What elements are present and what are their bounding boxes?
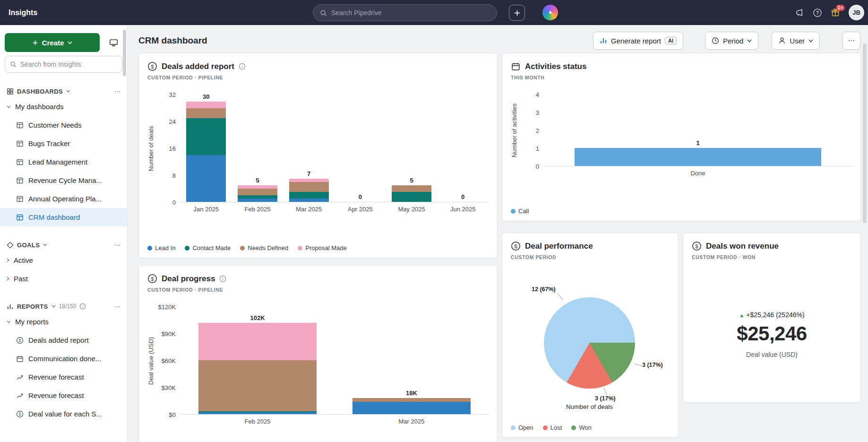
bar-segment[interactable] <box>575 148 821 166</box>
bar-column[interactable]: 102K <box>180 307 335 414</box>
period-filter-button[interactable]: Period <box>705 32 758 50</box>
sidebar-item-crm-dashboard[interactable]: CRM dashboard <box>0 208 127 226</box>
kpi-value: $25,246 <box>683 322 860 345</box>
sidebar-item-deal-value[interactable]: $Deal value for each S... <box>0 405 127 423</box>
bar-value-label: 0 <box>461 193 464 200</box>
create-button[interactable]: Create <box>5 33 100 52</box>
legend-item[interactable]: Lead In <box>147 244 175 251</box>
info-icon[interactable]: i <box>239 63 246 70</box>
generate-report-button[interactable]: Generate report AI <box>593 32 683 50</box>
bar-column[interactable]: 5 <box>386 95 438 202</box>
bar-column[interactable]: 1 <box>544 95 852 166</box>
help-icon[interactable]: ? <box>813 8 822 17</box>
deals-added-chart: Number of deals 08162432 3057050 Jan 202… <box>139 95 497 213</box>
ai-assistant-icon[interactable]: ✦ <box>542 5 558 20</box>
sidebar-item-revenue-cycle[interactable]: Revenue Cycle Mana... <box>0 171 127 190</box>
legend-dot <box>147 246 152 251</box>
info-icon[interactable]: i <box>219 275 226 282</box>
sidebar-item-customer-needs[interactable]: Customer Needs <box>0 116 127 134</box>
leader-line <box>604 388 607 395</box>
bar-column[interactable]: 0 <box>437 95 489 202</box>
more-icon[interactable]: ⋯ <box>114 303 120 310</box>
legend-item[interactable]: Lost <box>543 424 562 431</box>
legend-item[interactable]: Needs Defined <box>240 244 288 251</box>
chevron-right-icon <box>7 277 9 281</box>
sidebar-item-bugs-tracker[interactable]: Bugs Tracker <box>0 134 127 153</box>
gift-icon[interactable]: 1+ <box>831 8 840 17</box>
goals-group-past[interactable]: Past <box>0 269 127 288</box>
bar-column[interactable]: 7 <box>283 95 335 202</box>
card-title: Deals won revenue <box>706 242 779 251</box>
legend-item[interactable]: Proposal Made <box>298 244 346 251</box>
legend-dot <box>511 209 516 214</box>
bar-segment[interactable] <box>289 179 329 182</box>
deal-performance-pie[interactable] <box>544 297 635 389</box>
more-icon[interactable]: ⋯ <box>114 242 120 249</box>
insights-search[interactable] <box>5 56 122 73</box>
sidebar-item-annual-operating[interactable]: Annual Operating Pla... <box>0 190 127 208</box>
bar-segment[interactable] <box>198 323 317 360</box>
sidebar-item-lead-management[interactable]: Lead Management <box>0 153 127 171</box>
svg-text:$: $ <box>695 243 698 249</box>
bar-column[interactable]: 18K <box>335 307 489 414</box>
legend-item[interactable]: Call <box>511 208 529 215</box>
bar-segment[interactable] <box>186 102 226 108</box>
insights-search-input[interactable] <box>20 61 117 68</box>
user-filter-button[interactable]: User <box>772 32 820 50</box>
bar-segment[interactable] <box>392 192 431 202</box>
sidebar-scrollbar[interactable] <box>123 30 126 76</box>
bar-segment[interactable] <box>186 108 226 118</box>
bar-segment[interactable] <box>186 155 226 202</box>
bar-segment[interactable] <box>289 192 329 199</box>
legend-dot <box>571 425 576 430</box>
sidebar-item-revenue-forecast-1[interactable]: Revenue forecast <box>0 368 127 386</box>
goals-group-active[interactable]: Active <box>0 251 127 269</box>
bar-segment[interactable] <box>238 185 277 189</box>
group-my-dashboards[interactable]: My dashboards <box>0 97 127 116</box>
bar-segment[interactable] <box>186 118 226 155</box>
bar-column[interactable]: 0 <box>335 95 386 202</box>
global-search-input[interactable] <box>331 9 490 17</box>
bar-segment[interactable] <box>198 412 317 414</box>
learn-icon[interactable] <box>104 34 122 52</box>
chart-legend: Lead InContact MadeNeeds DefinedProposal… <box>147 244 347 251</box>
sidebar-item-deals-added-report[interactable]: $Deals added report <box>0 331 127 349</box>
bar-segment[interactable] <box>289 199 329 202</box>
page-title: CRM dashboard <box>138 35 593 46</box>
announcements-icon[interactable] <box>795 8 804 17</box>
bar-segment[interactable] <box>289 182 329 192</box>
more-options-button[interactable]: ⋯ <box>842 32 860 50</box>
forecast-icon <box>16 392 24 399</box>
bar-segment[interactable] <box>238 199 277 202</box>
bar-segment[interactable] <box>238 189 277 195</box>
bar-segment[interactable] <box>238 195 277 199</box>
global-search[interactable] <box>313 4 497 21</box>
sidebar-item-communication-done[interactable]: Communication done... <box>0 349 127 368</box>
chart-legend: Call <box>511 208 529 215</box>
legend-dot <box>185 246 189 251</box>
group-my-reports[interactable]: My reports <box>0 312 127 331</box>
legend-item[interactable]: Contact Made <box>185 244 231 251</box>
info-icon[interactable]: i <box>79 303 86 310</box>
legend-item[interactable]: Won <box>571 424 592 431</box>
section-reports[interactable]: REPORTS 18/150 i ⋯ <box>0 300 127 312</box>
avatar[interactable]: JB <box>849 5 864 20</box>
bar-column[interactable]: 30 <box>180 95 232 202</box>
quick-add-button[interactable] <box>509 5 525 21</box>
section-dashboards[interactable]: DASHBOARDS ⋯ <box>0 85 127 97</box>
y-axis: 01234 <box>519 95 544 166</box>
card-subtitle: CUSTOM PERIOD · WON <box>692 254 852 260</box>
bar-value-label: 1 <box>696 139 699 147</box>
main-scrollbar[interactable] <box>863 43 867 223</box>
app-title: Insights <box>9 9 37 17</box>
bar-segment[interactable] <box>392 185 431 192</box>
chart-legend: OpenLostWon <box>511 424 592 431</box>
bar-segment[interactable] <box>352 398 471 402</box>
more-icon[interactable]: ⋯ <box>114 88 120 95</box>
section-goals[interactable]: GOALS ⋯ <box>0 239 127 251</box>
legend-item[interactable]: Open <box>511 424 533 431</box>
bar-segment[interactable] <box>352 402 471 414</box>
bar-column[interactable]: 5 <box>232 95 284 202</box>
bar-segment[interactable] <box>198 360 317 411</box>
sidebar-item-revenue-forecast-2[interactable]: Revenue forecast <box>0 386 127 405</box>
